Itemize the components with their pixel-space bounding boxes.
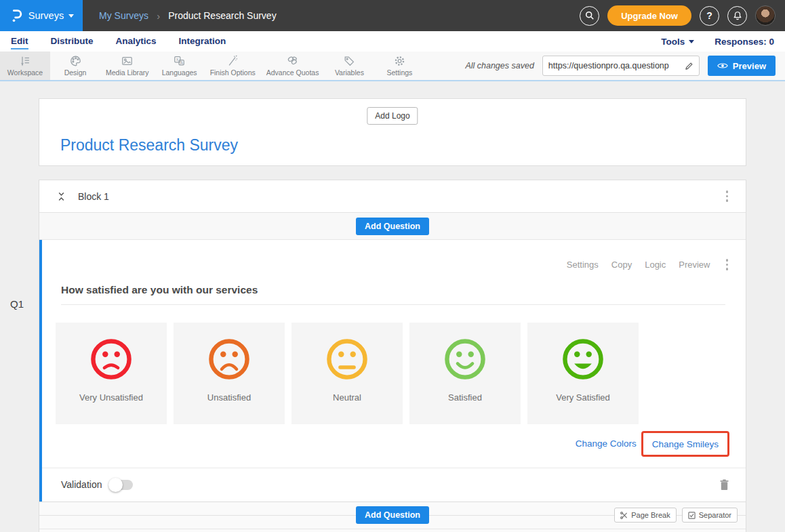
question-preview-link[interactable]: Preview	[679, 260, 710, 270]
neutral-smiley-icon	[325, 337, 369, 382]
smiley-label: Very Satisfied	[556, 392, 610, 403]
bell-icon	[733, 11, 742, 20]
toolbar-item-finish-options[interactable]: Finish Options	[205, 52, 261, 80]
smiley-label: Very Unsatisfied	[79, 392, 143, 403]
tab-integration[interactable]: Integration	[179, 33, 226, 49]
smiley-option-satisfied[interactable]: Satisfied	[409, 323, 521, 424]
validation-row: Validation	[42, 468, 746, 502]
upgrade-now-button[interactable]: Upgrade Now	[607, 5, 691, 26]
top-bar: Surveys My Surveys › Product Research Su…	[0, 0, 785, 31]
toolbar-item-label: Workspace	[7, 68, 43, 77]
survey-title[interactable]: Product Research Survey	[60, 136, 238, 155]
breadcrumb-current: Product Research Survey	[168, 10, 277, 21]
block-card: Block 1 Add Question Settings Copy Logic…	[39, 180, 746, 532]
page-content: Q1 Add Logo Product Research Survey Bloc…	[0, 98, 785, 532]
question-card: Settings Copy Logic Preview How satisfie…	[39, 240, 746, 502]
very-unsatisfied-smiley-icon	[89, 337, 134, 382]
search-button[interactable]	[580, 6, 599, 26]
pencil-icon[interactable]	[685, 62, 693, 70]
toolbar-item-advance-quotas[interactable]: Advance Quotas	[261, 52, 325, 80]
toolbar-item-languages[interactable]: x A Languages	[155, 52, 205, 80]
svg-text:A: A	[180, 60, 184, 65]
smiley-option-unsatisfied[interactable]: Unsatisfied	[174, 323, 285, 424]
toolbar-item-variables[interactable]: Variables	[324, 52, 374, 80]
svg-text:x: x	[176, 57, 179, 62]
chevron-down-icon	[68, 14, 74, 18]
question-divider	[61, 304, 725, 305]
smiley-options: Very Unsatisfied Unsatisfied	[56, 323, 746, 424]
gear-icon	[393, 55, 406, 67]
block-footer-strip	[39, 529, 746, 532]
app-menu-label: Surveys	[28, 10, 64, 21]
page-break-label: Page Break	[631, 511, 670, 519]
nav-right: Tools Responses: 0	[661, 37, 774, 47]
question-logic-link[interactable]: Logic	[645, 260, 666, 270]
smiley-label: Unsatisfied	[207, 392, 251, 403]
toolbar-item-label: Variables	[335, 68, 364, 77]
collapse-icon	[56, 190, 66, 203]
separator-button[interactable]: Separator	[682, 508, 738, 523]
toolbar-item-media-library[interactable]: Media Library	[100, 52, 155, 80]
toolbar-item-label: Media Library	[106, 68, 149, 77]
separator-label: Separator	[699, 511, 731, 519]
tab-analytics[interactable]: Analytics	[116, 33, 157, 49]
block-menu-button[interactable]	[723, 188, 731, 205]
nav-tabs: Edit Distribute Analytics Integration	[11, 33, 226, 49]
preview-label: Preview	[733, 61, 766, 71]
add-question-button-bottom[interactable]: Add Question	[356, 506, 429, 524]
help-button[interactable]: ?	[700, 6, 719, 26]
scissors-icon	[620, 512, 628, 519]
satisfied-smiley-icon	[443, 337, 487, 382]
add-logo-button[interactable]: Add Logo	[367, 107, 418, 125]
responses-count[interactable]: Responses: 0	[714, 37, 774, 47]
app-menu[interactable]: Surveys	[0, 0, 83, 31]
toolbar-item-label: Design	[64, 68, 87, 77]
question-title[interactable]: How satisfied are you with our services	[61, 284, 725, 296]
smiley-option-neutral[interactable]: Neutral	[291, 323, 403, 424]
add-question-button-top[interactable]: Add Question	[356, 218, 429, 235]
toolbar-item-design[interactable]: Design	[50, 52, 100, 80]
breadcrumb-separator-icon: ›	[157, 10, 160, 22]
notifications-button[interactable]	[727, 6, 747, 26]
block-title[interactable]: Block 1	[78, 191, 109, 202]
tab-distribute[interactable]: Distribute	[51, 33, 94, 49]
tab-edit[interactable]: Edit	[11, 33, 28, 49]
search-icon	[585, 11, 595, 20]
smiley-option-very-unsatisfied[interactable]: Very Unsatisfied	[56, 323, 167, 424]
question-copy-link[interactable]: Copy	[611, 260, 632, 270]
change-colors-link[interactable]: Change Colors	[576, 438, 637, 449]
smiley-option-very-satisfied[interactable]: Very Satisfied	[527, 323, 639, 424]
change-smileys-link[interactable]: Change Smileys	[652, 439, 719, 449]
strip-right-buttons: Page Break Separator	[614, 508, 738, 523]
trash-icon	[719, 479, 729, 491]
question-number: Q1	[10, 298, 24, 310]
nav-row: Edit Distribute Analytics Integration To…	[0, 31, 785, 52]
tag-icon	[343, 55, 356, 67]
toolbar-item-settings[interactable]: Settings	[374, 52, 424, 80]
toggle-knob	[108, 478, 123, 492]
validation-toggle[interactable]	[110, 480, 133, 490]
eye-icon	[717, 62, 728, 70]
collapse-block-button[interactable]	[56, 190, 66, 203]
add-question-strip-top: Add Question	[39, 213, 746, 240]
very-satisfied-smiley-icon	[561, 337, 605, 382]
checkbox-checked-icon	[688, 512, 696, 519]
breadcrumb-my-surveys[interactable]: My Surveys	[99, 10, 148, 21]
chevron-down-icon	[689, 40, 694, 43]
unsatisfied-smiley-icon	[207, 337, 251, 382]
user-avatar[interactable]	[755, 5, 776, 26]
toolbar-item-label: Advance Quotas	[266, 68, 319, 77]
add-question-strip-bottom: Add Question Page Break Separator	[39, 502, 746, 529]
toolbar-item-workspace[interactable]: Workspace	[0, 52, 50, 80]
question-settings-link[interactable]: Settings	[567, 260, 599, 270]
preview-button[interactable]: Preview	[708, 56, 776, 76]
breadcrumb: My Surveys › Product Research Survey	[99, 10, 277, 22]
tools-menu[interactable]: Tools	[661, 37, 694, 47]
delete-question-button[interactable]	[719, 479, 729, 491]
links-icon	[286, 55, 299, 67]
survey-header-card: Add Logo Product Research Survey	[39, 98, 746, 166]
page-break-button[interactable]: Page Break	[614, 508, 676, 523]
smiley-label: Neutral	[333, 392, 361, 403]
survey-url-field[interactable]: https://questionpro.qa.questionp	[542, 56, 700, 76]
question-menu-button[interactable]	[723, 256, 731, 273]
